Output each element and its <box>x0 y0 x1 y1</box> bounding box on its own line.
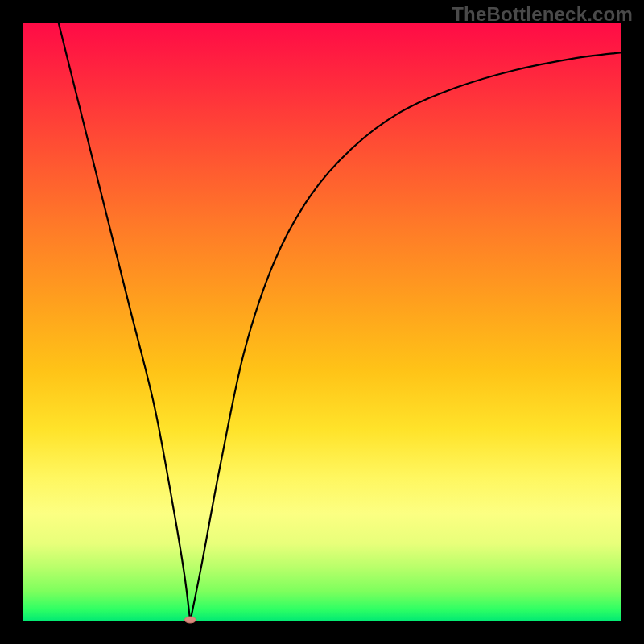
minimum-marker <box>184 617 196 623</box>
chart-frame: TheBottleneck.com <box>0 0 644 644</box>
plot-area <box>23 23 621 621</box>
curve-line <box>59 23 621 621</box>
bottleneck-curve <box>23 23 621 621</box>
